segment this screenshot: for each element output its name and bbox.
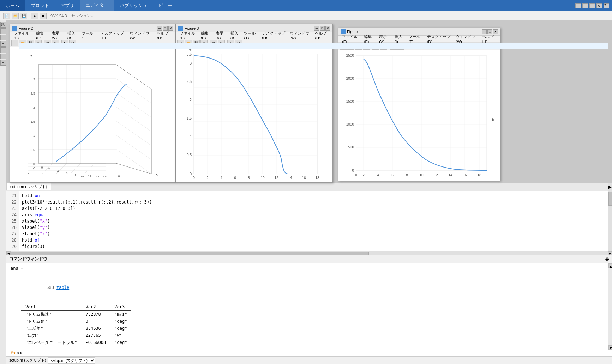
fig1-menu-desktop[interactable]: デスクトップ(D) — [425, 34, 454, 44]
menu-home[interactable]: ホーム — [0, 0, 25, 11]
scroll-left-btn[interactable]: ◀ — [6, 251, 11, 256]
figure2-restore[interactable]: □ — [163, 26, 168, 31]
svg-text:14: 14 — [96, 175, 100, 177]
fig2-select-btn[interactable]: ⊟ — [69, 40, 76, 46]
fig1-cursor-btn[interactable]: ↖ — [390, 43, 397, 50]
fig3-menu-tools[interactable]: ツール(T) — [242, 31, 260, 40]
menu-publish[interactable]: パブリッシュ — [114, 0, 153, 11]
fig3-pan-btn[interactable]: ⊞ — [218, 40, 225, 46]
fig1-menu-insert[interactable]: 挿入(I) — [392, 34, 407, 44]
fig3-new-btn[interactable]: □ — [177, 40, 184, 46]
toolbar-save[interactable]: 💾 — [20, 13, 27, 19]
sidebar-btn-5[interactable]: + — [0, 54, 6, 59]
menu-plot[interactable]: プロット — [25, 0, 55, 11]
fig2-new-btn[interactable]: □ — [11, 40, 18, 46]
fig3-menu-view[interactable]: 表示(V) — [214, 31, 228, 40]
fig3-cursor-btn[interactable]: ↖ — [227, 40, 234, 46]
fig3-save-btn[interactable]: 💾 — [193, 40, 200, 46]
fig1-menu-view[interactable]: 表示(V) — [377, 34, 392, 44]
maximize-icon[interactable] — [589, 3, 595, 8]
toolbar-new[interactable]: 📄 — [3, 13, 10, 19]
command-expand-btn[interactable]: ⊕ — [605, 256, 609, 262]
sidebar-btn-2[interactable]: + — [0, 35, 6, 40]
fig1-pan-btn[interactable]: ⊞ — [380, 43, 387, 50]
fig2-menu-desktop[interactable]: デスクトップ(D) — [98, 31, 128, 40]
fig1-menu-tools[interactable]: ツール(T) — [406, 34, 425, 44]
minimize-icon[interactable] — [575, 3, 581, 8]
menu-view[interactable]: ビュー — [153, 0, 178, 11]
fig1-menu-help[interactable]: ヘルプ(H) — [480, 34, 499, 44]
code-content[interactable]: hold on plot3(10*result.r(:,1),result.r(… — [19, 191, 608, 251]
figure2-close[interactable]: ✕ — [168, 26, 173, 31]
figure1-restore[interactable]: □ — [487, 29, 492, 34]
fig1-open-btn[interactable]: 📂 — [347, 43, 354, 50]
sidebar-btn-3[interactable]: + — [0, 41, 6, 47]
editor-tab-setup[interactable]: setup.m (スクリプト) — [6, 183, 51, 190]
sidebar-btn-6[interactable]: + — [0, 60, 6, 66]
toolbar-run[interactable]: ▶ — [31, 13, 38, 19]
fig1-new-btn[interactable]: □ — [340, 43, 347, 50]
fig3-select-btn[interactable]: ⊟ — [235, 40, 242, 46]
sidebar-btn-4[interactable]: + — [0, 47, 6, 53]
fig3-menu-insert[interactable]: 挿入(I) — [228, 31, 242, 40]
fig3-menu-file[interactable]: ファイル(F) — [178, 31, 199, 40]
fig2-pan-btn[interactable]: ⊞ — [52, 40, 59, 46]
script-selector[interactable]: setup.m (スクリプト) — [48, 357, 95, 364]
scroll-track-h[interactable] — [11, 252, 608, 255]
cmd-input[interactable] — [24, 351, 608, 356]
menu-app[interactable]: アプリ — [55, 0, 80, 11]
close-icon[interactable]: ✕ — [596, 3, 602, 8]
scroll-right-btn[interactable]: ▶ — [608, 251, 612, 256]
fig2-open-btn[interactable]: 📂 — [19, 40, 26, 46]
cmd-scroll-up[interactable]: ▲ — [608, 263, 612, 268]
cmd-table-link[interactable]: table — [56, 285, 69, 290]
figure1-close[interactable]: ✕ — [493, 29, 498, 34]
fig1-print-btn[interactable]: 🖨 — [363, 43, 370, 50]
figure3-minimize[interactable]: ─ — [314, 26, 319, 31]
editor-scroll-right[interactable]: ▶ — [608, 183, 612, 191]
fig2-menu-view[interactable]: 表示(V) — [49, 31, 65, 40]
code-scrollbar-v[interactable] — [608, 191, 612, 251]
fig1-zoom-btn[interactable]: ⊞ — [372, 43, 379, 50]
figure3-close[interactable]: ✕ — [325, 26, 330, 31]
fig2-print-btn[interactable]: 🖨 — [35, 40, 42, 46]
fig2-zoom-btn[interactable]: ⊞ — [44, 40, 51, 46]
menu-editor[interactable]: エディター — [80, 0, 114, 11]
fig2-menu-file[interactable]: ファイル(F) — [12, 31, 34, 40]
fig2-save-btn[interactable]: 💾 — [27, 40, 34, 46]
fig2-menu-insert[interactable]: 挿入(I) — [65, 31, 80, 40]
cmd-scrollbar-v[interactable]: ▲ ▼ — [608, 263, 612, 350]
help-icon[interactable]: ? — [604, 3, 609, 8]
fig3-print-btn[interactable]: 🖨 — [200, 40, 208, 46]
fig1-save-btn[interactable]: 💾 — [355, 43, 362, 50]
fig3-menu-edit[interactable]: 編集(E) — [199, 31, 214, 40]
toolbar-stop[interactable]: ⏹ — [40, 13, 47, 19]
svg-text:3.5: 3.5 — [187, 53, 192, 56]
sidebar-btn-1[interactable]: + — [0, 28, 6, 34]
fig3-menu-window[interactable]: ウィンドウ(W) — [288, 31, 313, 40]
figure1-minimize[interactable]: ─ — [482, 29, 487, 34]
fig3-zoom-btn[interactable]: ⊞ — [210, 40, 217, 46]
fig1-menu-window[interactable]: ウィンドウ(W) — [454, 34, 480, 44]
svg-text:16: 16 — [103, 176, 107, 177]
toolbar-open[interactable]: 📂 — [12, 13, 19, 19]
fig2-menu-help[interactable]: ヘルプ(H) — [155, 31, 174, 40]
fig2-menu-edit[interactable]: 編集(E) — [34, 31, 49, 40]
fig3-open-btn[interactable]: 📂 — [185, 40, 192, 46]
figure3-restore[interactable]: □ — [320, 26, 325, 31]
fig1-menu-file[interactable]: ファイル(F) — [340, 34, 362, 44]
svg-text:-0.5: -0.5 — [134, 176, 140, 177]
fig2-cursor-btn[interactable]: ↖ — [61, 40, 68, 46]
fig3-menu-help[interactable]: ヘルプ(H) — [313, 31, 331, 40]
figure2-minimize[interactable]: ─ — [157, 26, 162, 31]
sidebar-btn-current[interactable]: 現 — [0, 22, 6, 28]
fig2-menu-tools[interactable]: ツール(T) — [79, 31, 98, 40]
code-line-29: figure(3) — [22, 243, 605, 250]
fig1-menu-edit[interactable]: 編集(E) — [362, 34, 377, 44]
code-scrollbar-h[interactable]: ◀ ▶ — [6, 251, 612, 255]
cmd-scroll-down[interactable]: ▼ — [608, 345, 612, 350]
fig1-select-btn[interactable]: ⊟ — [397, 43, 404, 50]
fig2-menu-window[interactable]: ウィンドウ(W) — [128, 31, 155, 40]
restore-icon[interactable] — [582, 3, 588, 8]
fig3-menu-desktop[interactable]: デスクトップ(D) — [260, 31, 288, 40]
